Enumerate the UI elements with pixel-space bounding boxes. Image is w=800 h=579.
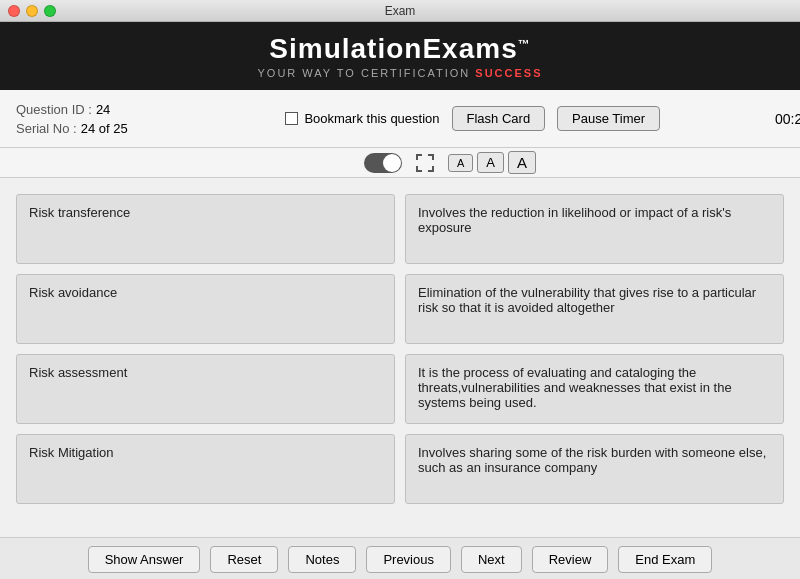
window-title: Exam (385, 4, 416, 18)
card-definition: Elimination of the vulnerability that gi… (405, 274, 784, 344)
font-size-large-button[interactable]: A (508, 151, 536, 174)
bookmark-area[interactable]: Bookmark this question (285, 111, 439, 126)
show-answer-button[interactable]: Show Answer (88, 546, 201, 573)
font-size-small-button[interactable]: A (448, 154, 473, 172)
serial-no-label: Serial No : (16, 121, 77, 136)
card-definition: Involves sharing some of the risk burden… (405, 434, 784, 504)
serial-no-value: 24 of 25 (81, 121, 128, 136)
bottom-bar: Show Answer Reset Notes Previous Next Re… (0, 537, 800, 579)
review-button[interactable]: Review (532, 546, 609, 573)
toggle-switch[interactable] (364, 153, 402, 173)
end-exam-button[interactable]: End Exam (618, 546, 712, 573)
close-button[interactable] (8, 5, 20, 17)
bookmark-checkbox[interactable] (285, 112, 298, 125)
brand-bar: SimulationExams™ YOUR WAY TO CERTIFICATI… (0, 22, 800, 90)
question-info: Question ID : 24 Serial No : 24 of 25 (16, 102, 216, 136)
font-size-medium-button[interactable]: A (477, 152, 504, 173)
card-term: Risk Mitigation (16, 434, 395, 504)
serial-no-row: Serial No : 24 of 25 (16, 121, 216, 136)
question-id-value: 24 (96, 102, 110, 117)
reset-button[interactable]: Reset (210, 546, 278, 573)
font-size-controls: A A A (448, 151, 536, 174)
controls-bar: A A A (0, 148, 800, 178)
card-term: Risk assessment (16, 354, 395, 424)
previous-button[interactable]: Previous (366, 546, 451, 573)
card-definition: Involves the reduction in likelihood or … (405, 194, 784, 264)
flashcard-grid: Risk transferenceInvolves the reduction … (16, 194, 784, 504)
timer-display: 00:27:43 (730, 111, 801, 127)
question-id-row: Question ID : 24 (16, 102, 216, 117)
notes-button[interactable]: Notes (288, 546, 356, 573)
fullscreen-icon[interactable] (414, 152, 436, 174)
brand-name: SimulationExams™ (269, 33, 530, 65)
title-bar: Exam (0, 0, 800, 22)
main-content: Risk transferenceInvolves the reduction … (0, 178, 800, 537)
brand-tagline: YOUR WAY TO CERTIFICATION SUCCESS (257, 67, 542, 79)
maximize-button[interactable] (44, 5, 56, 17)
next-button[interactable]: Next (461, 546, 522, 573)
pause-timer-button[interactable]: Pause Timer (557, 106, 660, 131)
toggle-track (364, 153, 402, 173)
info-bar: Question ID : 24 Serial No : 24 of 25 Bo… (0, 90, 800, 148)
toggle-thumb (383, 154, 401, 172)
question-id-label: Question ID : (16, 102, 92, 117)
card-term: Risk avoidance (16, 274, 395, 344)
minimize-button[interactable] (26, 5, 38, 17)
bookmark-label: Bookmark this question (304, 111, 439, 126)
info-center: Bookmark this question Flash Card Pause … (216, 106, 730, 131)
card-term: Risk transference (16, 194, 395, 264)
window-controls[interactable] (8, 5, 56, 17)
card-definition: It is the process of evaluating and cata… (405, 354, 784, 424)
flash-card-button[interactable]: Flash Card (452, 106, 546, 131)
